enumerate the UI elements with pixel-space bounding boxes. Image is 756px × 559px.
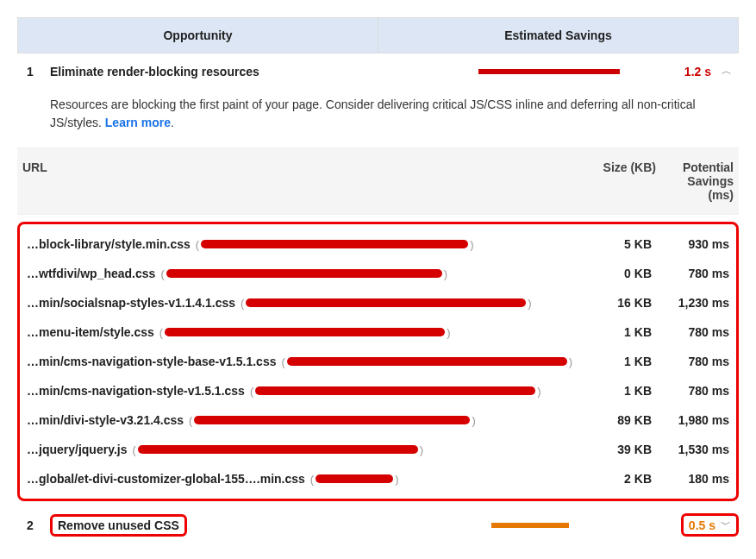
- audit-header: Opportunity Estimated Savings: [17, 17, 739, 53]
- url-origin: (): [160, 267, 447, 280]
- row-url[interactable]: …menu-item/style.css(): [27, 325, 574, 339]
- col-size: Size (KB): [578, 160, 656, 202]
- url-path: …global/et-divi-customizer-global-155….m…: [27, 472, 305, 486]
- url-origin: (): [241, 297, 532, 310]
- url-path: …min/cms-navigation-style-base-v1.5.1.cs…: [27, 355, 276, 368]
- table-row: …menu-item/style.css()1 KB780 ms: [23, 317, 733, 347]
- header-savings: Estimated Savings: [378, 18, 738, 53]
- row-size: 1 KB: [574, 325, 652, 339]
- opportunity-2-row[interactable]: 2 Remove unused CSS 0.5 s ﹀: [17, 508, 739, 542]
- row-size: 2 KB: [574, 472, 652, 486]
- table-row: …min/divi-style-v3.21.4.css()89 KB1,980 …: [23, 405, 733, 435]
- row-savings: 780 ms: [652, 325, 729, 339]
- row-url[interactable]: …block-library/style.min.css(): [27, 237, 574, 251]
- opportunity-2-title-highlight: Remove unused CSS: [50, 514, 187, 537]
- opportunity-1-bar: [478, 69, 651, 74]
- opportunity-2-time: 0.5 s: [689, 518, 715, 532]
- chevron-up-icon[interactable]: ︿: [722, 64, 739, 79]
- url-path: …jquery/jquery.js: [27, 443, 127, 456]
- url-origin: (): [281, 355, 572, 368]
- row-url[interactable]: …global/et-divi-customizer-global-155….m…: [27, 472, 574, 486]
- redaction-mark: [246, 298, 526, 307]
- row-savings: 180 ms: [652, 472, 729, 486]
- opportunity-2-time-highlight: 0.5 s ﹀: [681, 513, 739, 537]
- table-row: …min/cms-navigation-style-base-v1.5.1.cs…: [23, 347, 733, 376]
- redaction-mark: [165, 328, 445, 336]
- url-path: …block-library/style.min.css: [27, 237, 191, 251]
- col-url: URL: [22, 160, 578, 202]
- row-savings: 1,980 ms: [652, 413, 729, 427]
- row-url[interactable]: …jquery/jquery.js(): [27, 443, 574, 456]
- table-row: …global/et-divi-customizer-global-155….m…: [23, 464, 733, 493]
- row-size: 1 KB: [574, 384, 652, 398]
- opportunity-1-row[interactable]: 1 Eliminate render-blocking resources 1.…: [17, 53, 739, 89]
- highlighted-resources: …block-library/style.min.css()5 KB930 ms…: [17, 222, 739, 501]
- redaction-mark: [316, 474, 393, 483]
- url-path: …wtfdivi/wp_head.css: [27, 267, 155, 280]
- row-size: 39 KB: [574, 443, 652, 456]
- url-path: …min/divi-style-v3.21.4.css: [27, 413, 184, 427]
- row-url[interactable]: …min/cms-navigation-style-base-v1.5.1.cs…: [27, 355, 574, 368]
- row-url[interactable]: …wtfdivi/wp_head.css(): [27, 267, 574, 280]
- row-size: 16 KB: [574, 296, 652, 310]
- opportunity-1-num: 1: [17, 65, 43, 79]
- row-size: 0 KB: [574, 267, 652, 280]
- row-savings: 1,530 ms: [652, 443, 729, 456]
- url-origin: (): [189, 414, 476, 427]
- opportunity-2-num: 2: [17, 518, 43, 532]
- url-origin: (): [310, 473, 399, 486]
- resources-table: URL Size (KB) Potential Savings (ms) …bl…: [17, 148, 739, 501]
- url-origin: (): [132, 443, 423, 456]
- table-row: …wtfdivi/wp_head.css()0 KB780 ms: [23, 259, 733, 288]
- row-size: 89 KB: [574, 413, 652, 427]
- url-origin: (): [196, 238, 474, 251]
- desc-text-b: .: [171, 116, 174, 129]
- chevron-down-icon[interactable]: ﹀: [721, 518, 731, 532]
- row-savings: 780 ms: [652, 384, 729, 398]
- row-size: 1 KB: [574, 355, 652, 368]
- table-row: …jquery/jquery.js()39 KB1,530 ms: [23, 435, 733, 464]
- url-origin: (): [159, 326, 451, 339]
- table-row: …min/socialsnap-styles-v1.1.4.1.css()16 …: [23, 288, 733, 317]
- table-header: URL Size (KB) Potential Savings (ms): [17, 148, 739, 215]
- redaction-mark: [138, 445, 418, 454]
- url-path: …min/socialsnap-styles-v1.1.4.1.css: [27, 296, 235, 310]
- redaction-mark: [194, 416, 470, 424]
- redaction-mark: [287, 357, 567, 366]
- row-savings: 780 ms: [652, 267, 729, 280]
- row-savings: 780 ms: [652, 355, 729, 368]
- url-path: …min/cms-navigation-style-v1.5.1.css: [27, 384, 245, 398]
- opportunity-1-title: Eliminate render-blocking resources: [43, 65, 478, 79]
- row-url[interactable]: …min/socialsnap-styles-v1.1.4.1.css(): [27, 296, 574, 310]
- opportunity-2-title: Remove unused CSS: [58, 518, 179, 532]
- url-origin: (): [250, 385, 541, 398]
- row-url[interactable]: …min/cms-navigation-style-v1.5.1.css(): [27, 384, 574, 398]
- table-row: …block-library/style.min.css()5 KB930 ms: [23, 229, 733, 259]
- url-path: …menu-item/style.css: [27, 325, 154, 339]
- redaction-mark: [201, 240, 468, 248]
- redaction-mark: [255, 386, 535, 395]
- row-size: 5 KB: [574, 237, 652, 251]
- learn-more-link[interactable]: Learn more: [105, 116, 171, 129]
- opportunity-2-bar: [491, 523, 664, 528]
- header-opportunity: Opportunity: [18, 18, 378, 53]
- row-savings: 930 ms: [652, 237, 729, 251]
- opportunity-1-description: Resources are blocking the first paint o…: [17, 89, 739, 148]
- row-url[interactable]: …min/divi-style-v3.21.4.css(): [27, 413, 574, 427]
- col-savings: Potential Savings (ms): [656, 160, 734, 202]
- row-savings: 1,230 ms: [652, 296, 729, 310]
- redaction-mark: [166, 269, 442, 278]
- opportunity-1-time: 1.2 s: [668, 65, 711, 79]
- table-row: …min/cms-navigation-style-v1.5.1.css()1 …: [23, 376, 733, 405]
